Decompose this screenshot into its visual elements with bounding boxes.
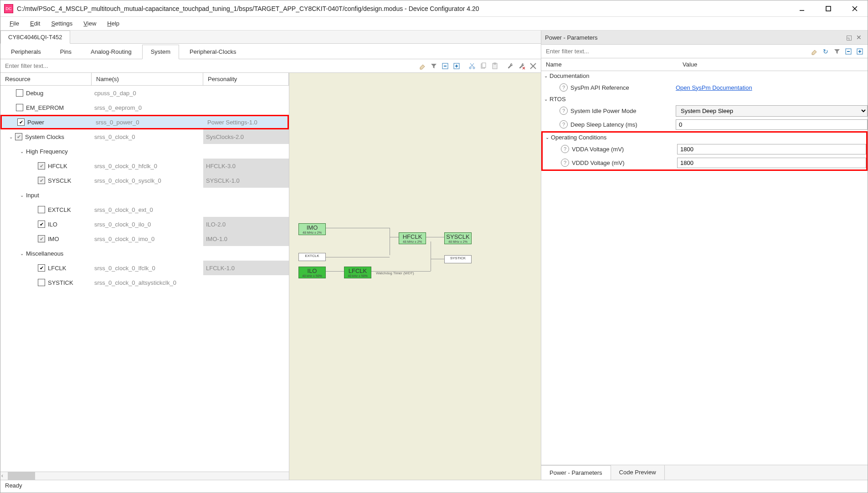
tab-system[interactable]: System: [142, 45, 179, 59]
window-title: C:/mtw/PSoC_4_MSCLP_multitouch_mutual-ca…: [17, 5, 793, 12]
dock-icon[interactable]: ◱: [844, 32, 854, 42]
parameters-title: Power - Parameters: [545, 34, 844, 41]
minimize-button[interactable]: [793, 2, 811, 15]
diag-lfclk: LFCLK40 kHz ± 50%: [344, 267, 371, 278]
expander-icon[interactable]: ⌄: [19, 148, 25, 154]
tools-x-icon[interactable]: [528, 61, 538, 71]
tab-peripherals[interactable]: Peripherals: [2, 45, 50, 59]
tab-power-parameters[interactable]: Power - Parameters: [541, 465, 611, 480]
collapse-icon[interactable]: [440, 61, 450, 71]
row-input-group[interactable]: ⌄Input: [0, 188, 289, 202]
row-misc-group[interactable]: ⌄Miscellaneous: [0, 246, 289, 261]
wrench-x-icon[interactable]: [517, 61, 527, 71]
svg-point-10: [473, 67, 475, 69]
row-extclk[interactable]: EXTCLK srss_0_clock_0_ext_0: [0, 202, 289, 217]
group-rtos[interactable]: ⌄RTOS: [541, 94, 868, 104]
chk-ilo[interactable]: [38, 221, 45, 228]
param-col-value: Value: [683, 61, 863, 68]
chk-imo[interactable]: [38, 235, 45, 242]
input-vdda[interactable]: [677, 144, 866, 154]
expander-icon[interactable]: ⌄: [19, 250, 25, 257]
input-sleep-latency[interactable]: [676, 119, 868, 130]
row-ilo[interactable]: ILO srss_0_clock_0_ilo_0 ILO-2.0: [0, 217, 289, 231]
row-power[interactable]: Power srss_0_power_0 Power Settings-1.0: [0, 115, 289, 129]
row-lfclk[interactable]: LFCLK srss_0_clock_0_lfclk_0 LFCLK-1.0: [0, 261, 289, 275]
chk-power[interactable]: [17, 118, 25, 126]
col-personality: Personality: [203, 73, 289, 85]
row-sysclk2[interactable]: SYSCLK srss_0_clock_0_sysclk_0 SYSCLK-1.…: [0, 173, 289, 188]
help-icon[interactable]: ?: [560, 120, 568, 128]
input-vddd[interactable]: [677, 158, 866, 168]
row-vdda: ?VDDA Voltage (mV): [543, 142, 866, 156]
expand-icon[interactable]: [855, 46, 865, 56]
chk-debug[interactable]: [16, 89, 23, 97]
svg-line-12: [470, 63, 473, 67]
row-system-clocks[interactable]: ⌄System Clocks srss_0_clock_0 SysClocks-…: [0, 129, 289, 144]
refresh-icon[interactable]: ↻: [821, 46, 831, 56]
collapse-icon[interactable]: [843, 46, 853, 56]
chk-eeprom[interactable]: [16, 104, 23, 111]
maximize-button[interactable]: [819, 2, 837, 15]
paste-icon[interactable]: [490, 61, 500, 71]
menu-help[interactable]: Help: [103, 18, 124, 29]
menu-bar: File Edit Settings View Help: [0, 17, 868, 31]
expander-icon[interactable]: ⌄: [8, 134, 14, 140]
help-icon[interactable]: ?: [560, 107, 568, 115]
filter-input[interactable]: [0, 59, 415, 72]
group-operating-conditions[interactable]: ⌄Operating Conditions: [543, 133, 866, 142]
link-syspm-doc[interactable]: Open SysPm Documentation: [676, 84, 752, 91]
parameters-pane: Power - Parameters ◱ ✕ ↻ Name Value ⌄Doc…: [541, 31, 868, 480]
diag-systick: SYSTICK: [444, 255, 472, 263]
menu-file[interactable]: File: [5, 18, 24, 29]
menu-edit[interactable]: Edit: [26, 18, 45, 29]
filter-icon[interactable]: [429, 61, 439, 71]
tab-pins[interactable]: Pins: [51, 45, 80, 59]
filter-icon[interactable]: [832, 46, 842, 56]
eraser-icon[interactable]: [417, 61, 427, 71]
help-icon[interactable]: ?: [561, 159, 569, 167]
col-resource: Resource: [0, 73, 92, 85]
cut-icon[interactable]: [467, 61, 477, 71]
chk-hfclk[interactable]: [38, 162, 45, 169]
diag-ilo: ILO40 kHz ± 50%: [298, 267, 326, 278]
menu-view[interactable]: View: [79, 18, 101, 29]
chk-lfclk[interactable]: [38, 264, 45, 272]
row-systick[interactable]: SYSTICK srss_0_clock_0_altsystickclk_0: [0, 275, 289, 290]
row-hfclk[interactable]: HFCLK srss_0_clock_0_hfclk_0 HFCLK-3.0: [0, 159, 289, 173]
row-vddd: ?VDDD Voltage (mV): [543, 156, 866, 169]
clock-diagram: IMO48 MHz ± 2% EXTCLK ILO40 kHz ± 50% LF…: [289, 73, 541, 480]
wrench-icon[interactable]: [505, 61, 515, 71]
eraser-icon[interactable]: [809, 46, 819, 56]
expand-icon[interactable]: [452, 61, 462, 71]
row-eeprom[interactable]: EM_EEPROM srss_0_eeprom_0: [0, 100, 289, 115]
params-filter-input[interactable]: [541, 45, 806, 58]
col-names: Name(s): [92, 73, 203, 85]
close-panel-icon[interactable]: ✕: [854, 32, 864, 42]
row-high-frequency[interactable]: ⌄High Frequency: [0, 144, 289, 159]
copy-icon[interactable]: [478, 61, 488, 71]
diag-extclk: EXTCLK: [298, 253, 326, 261]
close-button[interactable]: [846, 2, 864, 15]
row-imo[interactable]: IMO srss_0_clock_0_imo_0 IMO-1.0: [0, 231, 289, 246]
device-tab[interactable]: CY8C4046LQI-T452: [0, 31, 70, 44]
expander-icon[interactable]: ⌄: [19, 192, 25, 198]
chk-systick[interactable]: [38, 279, 45, 286]
row-debug[interactable]: Debug cpuss_0_dap_0: [0, 86, 289, 100]
chk-sysclk2[interactable]: [38, 177, 45, 184]
param-col-name: Name: [546, 61, 683, 68]
chk-extclk[interactable]: [38, 206, 45, 213]
help-icon[interactable]: ?: [561, 145, 569, 153]
group-documentation[interactable]: ⌄Documentation: [541, 71, 868, 81]
h-scrollbar[interactable]: ‹: [0, 472, 289, 480]
tab-analog-routing[interactable]: Analog-Routing: [82, 45, 140, 59]
diag-imo: IMO48 MHz ± 2%: [298, 223, 326, 235]
help-icon[interactable]: ?: [560, 83, 568, 92]
row-api-reference: ?SysPm API Reference Open SysPm Document…: [541, 81, 868, 94]
row-sleep-latency: ?Deep Sleep Latency (ms): [541, 118, 868, 131]
tab-code-preview[interactable]: Code Preview: [611, 465, 665, 480]
resource-tree: Resource Name(s) Personality Debug cpuss…: [0, 73, 289, 480]
select-idle-mode[interactable]: System Deep Sleep: [676, 105, 868, 117]
menu-settings[interactable]: Settings: [46, 18, 77, 29]
tab-peripheral-clocks[interactable]: Peripheral-Clocks: [181, 45, 245, 59]
chk-sysclk[interactable]: [15, 133, 22, 140]
